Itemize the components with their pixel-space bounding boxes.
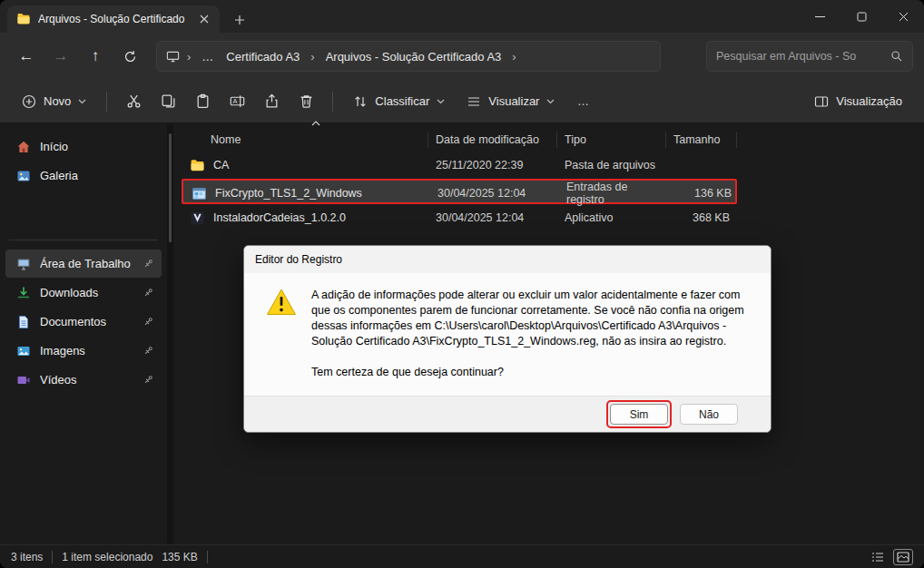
sidebar-item-label: Documentos (40, 315, 133, 328)
delete-button[interactable] (290, 86, 321, 117)
details-view-icon[interactable] (868, 549, 888, 565)
no-button[interactable]: Não (680, 404, 738, 425)
file-size: 136 KB (668, 187, 739, 200)
items-count: 3 itens (11, 551, 43, 563)
file-size: 368 KB (666, 211, 737, 224)
file-name: InstaladorCadeias_1.0.2.0 (213, 211, 346, 224)
pin-icon (143, 287, 154, 299)
pin-icon (143, 316, 154, 328)
sidebar-item-downloads[interactable]: Downloads (5, 279, 162, 307)
view-button[interactable]: Visualizar (457, 86, 564, 117)
pictures-icon (16, 344, 31, 358)
file-modified: 30/04/2025 12:04 (430, 187, 559, 200)
toolbar-divider (106, 92, 107, 112)
thumbnail-view-icon[interactable] (893, 549, 913, 565)
sidebar-separator (9, 240, 158, 240)
dialog-body: A adição de informações pode alterar ou … (244, 273, 771, 396)
file-name: FixCrypto_TLS1_2_Windows (215, 187, 362, 200)
breadcrumb-chevron: › (309, 50, 316, 64)
selection-count: 1 item selecionado (62, 551, 152, 563)
registry-editor-dialog: Editor do Registro A adição de informaçõ… (243, 245, 772, 433)
sidebar-item-label: Downloads (40, 286, 133, 299)
plus-circle-icon (22, 94, 36, 109)
explorer-tab[interactable]: Arquivos - Solução Certificado (7, 5, 220, 33)
tab-title: Arquivos - Solução Certificado (38, 13, 189, 25)
navigation-bar: ← → ↑ › … Certificado A3 › Arquivos - So… (0, 33, 924, 80)
sort-label: Classificar (375, 94, 429, 108)
sidebar-item-label: Vídeos (40, 373, 133, 387)
yes-button[interactable]: Sim (610, 404, 668, 425)
status-bar: 3 itens 1 item selecionado 135 KB (0, 544, 924, 568)
toolbar-divider (332, 92, 333, 112)
paste-button[interactable] (187, 86, 218, 117)
file-row-ca[interactable]: CA 25/11/2020 22:39 Pasta de arquivos (182, 152, 737, 178)
file-type: Pasta de arquivos (557, 159, 666, 171)
new-tab-button[interactable] (227, 7, 252, 33)
maximize-button[interactable] (840, 0, 882, 33)
status-divider (207, 551, 208, 563)
column-header-data[interactable]: Data de modificação (428, 132, 557, 148)
application-icon (190, 211, 205, 226)
column-header-tipo[interactable]: Tipo (557, 132, 666, 148)
back-button[interactable]: ← (11, 41, 42, 72)
sort-ascending-icon (311, 121, 320, 126)
copy-button[interactable] (152, 86, 183, 117)
column-header-nome[interactable]: Nome (182, 132, 428, 148)
home-icon (16, 140, 31, 154)
dialog-titlebar[interactable]: Editor do Registro (244, 246, 771, 273)
window-controls (799, 0, 924, 33)
up-button[interactable]: ↑ (80, 41, 111, 72)
dialog-button-row: Sim Não (244, 396, 771, 432)
tab-close-icon[interactable] (196, 11, 212, 27)
file-row-fixcrypto[interactable]: FixCrypto_TLS1_2_Windows 30/04/2025 12:0… (182, 179, 737, 204)
preview-pane-button[interactable]: Visualização (805, 86, 911, 117)
sidebar-scrollbar[interactable] (167, 124, 173, 544)
rename-button[interactable]: A (221, 86, 252, 117)
sidebar-item-videos[interactable]: Vídeos (5, 366, 162, 394)
close-button[interactable] (882, 0, 924, 33)
breadcrumb-overflow[interactable]: … (198, 48, 217, 65)
warning-icon (266, 288, 297, 379)
more-options-button[interactable]: … (567, 86, 598, 117)
sidebar-item-documentos[interactable]: Documentos (5, 308, 162, 336)
file-row-instaladorcadeias[interactable]: InstaladorCadeias_1.0.2.0 30/04/2025 12:… (182, 205, 737, 230)
file-modified: 25/11/2020 22:39 (428, 159, 557, 171)
sidebar-item-label: Galeria (40, 169, 154, 182)
folder-icon (16, 12, 31, 26)
breadcrumb-chevron: › (510, 50, 517, 64)
forward-button[interactable]: → (45, 41, 76, 72)
registry-file-icon (192, 186, 207, 201)
preview-pane-label: Visualização (836, 94, 902, 108)
file-name: CA (213, 159, 229, 171)
search-input[interactable]: Pesquisar em Arquivos - So (706, 41, 913, 72)
share-button[interactable] (256, 86, 287, 117)
videos-icon (16, 373, 31, 387)
sidebar-item-label: Imagens (40, 344, 133, 357)
sidebar-item-inicio[interactable]: Início (5, 132, 162, 161)
more-options-label: … (577, 94, 589, 108)
chevron-down-icon (437, 99, 445, 104)
sidebar-item-area-de-trabalho[interactable]: Área de Trabalho (5, 250, 162, 278)
navigation-sidebar: Início Galeria Área de Trabalho Download… (0, 124, 167, 544)
column-header-tamanho[interactable]: Tamanho (666, 132, 737, 148)
selection-size: 135 KB (162, 551, 197, 563)
pin-icon (143, 258, 154, 269)
view-label: Visualizar (488, 94, 539, 108)
breadcrumb-item-arquivos[interactable]: Arquivos - Solução Certificado A3 (322, 48, 506, 65)
sidebar-item-imagens[interactable]: Imagens (5, 337, 162, 365)
refresh-button[interactable] (114, 41, 145, 72)
sidebar-item-galeria[interactable]: Galeria (5, 162, 162, 190)
breadcrumb-item-certificado-a3[interactable]: Certificado A3 (222, 48, 303, 65)
command-toolbar: Novo A Classificar (0, 80, 924, 123)
sort-button[interactable]: Classificar (344, 86, 454, 117)
new-button[interactable]: Novo (13, 86, 95, 117)
cut-button[interactable] (118, 86, 149, 117)
minimize-button[interactable] (799, 0, 840, 33)
titlebar: Arquivos - Solução Certificado (0, 0, 924, 33)
scrollbar-thumb[interactable] (169, 133, 172, 242)
breadcrumb[interactable]: › … Certificado A3 › Arquivos - Solução … (156, 41, 661, 72)
desktop-icon (16, 257, 31, 271)
dialog-title: Editor do Registro (255, 253, 342, 266)
file-type: Aplicativo (557, 211, 666, 224)
file-modified: 30/04/2025 12:04 (428, 211, 557, 224)
